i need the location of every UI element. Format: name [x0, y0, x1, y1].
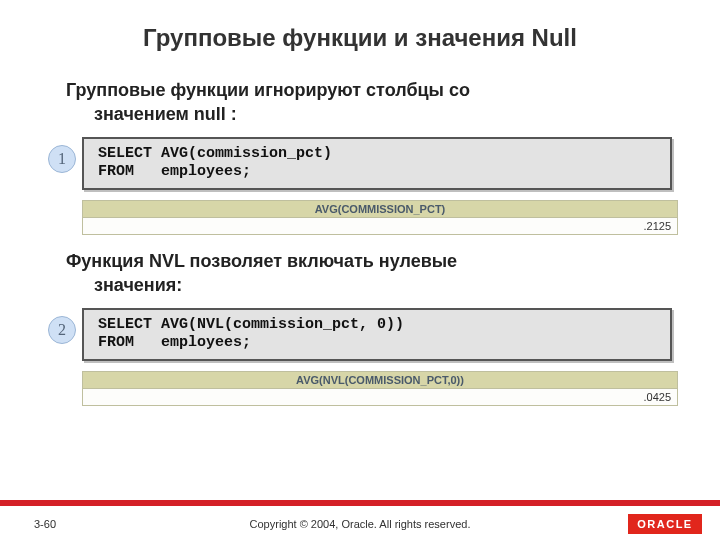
step-badge-1: 1	[48, 145, 76, 173]
paragraph-1: Групповые функции игнорируют столбцы со …	[66, 78, 666, 127]
paragraph-2-line-2: значения:	[66, 273, 666, 297]
paragraph-2: Функция NVL позволяет включать нулевые з…	[66, 249, 666, 298]
step-badge-2: 2	[48, 316, 76, 344]
footer-inner: 3-60 Copyright © 2004, Oracle. All right…	[0, 506, 720, 540]
slide-title: Групповые функции и значения Null	[0, 0, 720, 64]
slide-body: Групповые функции игнорируют столбцы со …	[0, 78, 720, 406]
footer: 3-60 Copyright © 2004, Oracle. All right…	[0, 506, 720, 540]
slide: Групповые функции и значения Null Группо…	[0, 0, 720, 540]
sql-code-2: SELECT AVG(NVL(commission_pct, 0)) FROM …	[82, 308, 672, 362]
result-value-1: .2125	[83, 218, 677, 234]
result-table-1: AVG(COMMISSION_PCT) .2125	[82, 200, 678, 235]
result-header-1: AVG(COMMISSION_PCT)	[83, 201, 677, 218]
copyright-text: Copyright © 2004, Oracle. All rights res…	[0, 518, 720, 530]
example-1: 1 SELECT AVG(commission_pct) FROM employ…	[48, 137, 672, 191]
oracle-logo: ORACLE	[628, 514, 702, 534]
sql-code-1: SELECT AVG(commission_pct) FROM employee…	[82, 137, 672, 191]
result-table-2: AVG(NVL(COMMISSION_PCT,0)) .0425	[82, 371, 678, 406]
result-value-2: .0425	[83, 389, 677, 405]
result-header-2: AVG(NVL(COMMISSION_PCT,0))	[83, 372, 677, 389]
paragraph-1-line-1: Групповые функции игнорируют столбцы со	[66, 80, 470, 100]
example-2: 2 SELECT AVG(NVL(commission_pct, 0)) FRO…	[48, 308, 672, 362]
paragraph-1-line-2: значением null :	[66, 102, 666, 126]
paragraph-2-line-1: Функция NVL позволяет включать нулевые	[66, 251, 457, 271]
